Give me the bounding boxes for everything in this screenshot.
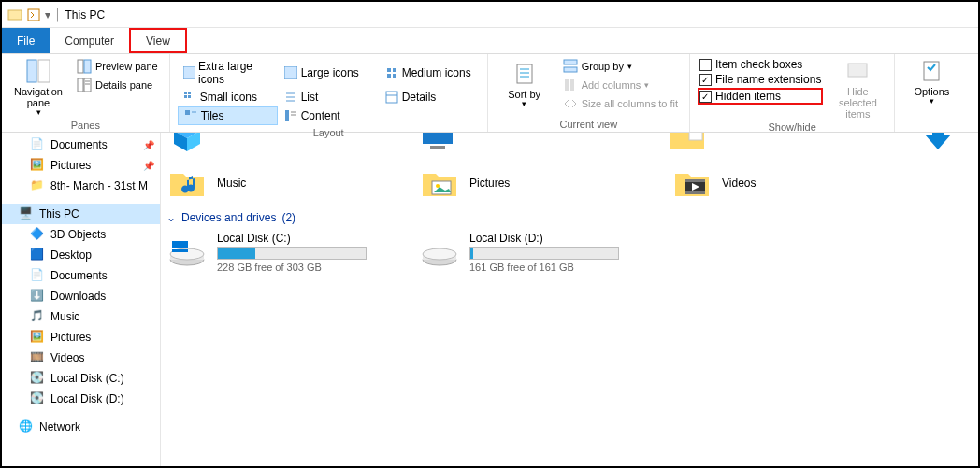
chevron-down-icon: ⌄ xyxy=(166,211,176,224)
drive-tile-c[interactable]: Local Disk (C:) 228 GB free of 303 GB xyxy=(166,232,382,273)
size-columns-button[interactable]: Size all columns to fit xyxy=(559,95,682,112)
sidebar-item[interactable]: 🎞️Videos xyxy=(2,347,160,368)
group-by-button[interactable]: Group by ▾ xyxy=(559,58,682,75)
svg-rect-39 xyxy=(924,62,939,80)
sidebar-item[interactable]: 💽Local Disk (C:) xyxy=(2,368,160,389)
chevron-down-icon: ▾ xyxy=(930,97,934,106)
sidebar-item[interactable]: 🖼️Pictures📌 xyxy=(2,155,160,176)
sidebar-item[interactable]: 📁8th- March - 31st M xyxy=(2,176,160,196)
sidebar-item[interactable]: 🔷3D Objects xyxy=(2,224,160,245)
cube-icon xyxy=(166,133,208,155)
check-item-check-boxes[interactable]: Item check boxes xyxy=(698,58,823,71)
sidebar-item[interactable]: 🟦Desktop xyxy=(2,245,160,265)
section-devices-drives[interactable]: ⌄ Devices and drives (2) xyxy=(166,211,973,224)
3d-objects-icon: 🔷 xyxy=(30,227,45,242)
separator: │ xyxy=(54,8,62,21)
add-columns-button[interactable]: Add columns ▾ xyxy=(559,77,682,93)
svg-rect-45 xyxy=(689,133,702,140)
sidebar-item[interactable]: 📄Documents xyxy=(2,265,160,286)
details-pane-button[interactable]: Details pane xyxy=(73,77,162,93)
folder-tile-music[interactable]: Music xyxy=(166,164,382,202)
pictures-folder-icon xyxy=(419,164,460,202)
svg-rect-7 xyxy=(84,78,91,92)
svg-rect-44 xyxy=(430,146,445,149)
hide-selected-button[interactable]: Hide selected items xyxy=(829,58,886,120)
folder-tile[interactable] xyxy=(667,133,880,155)
folder-tile[interactable] xyxy=(417,133,630,155)
content-area: 📄Documents📌 🖼️Pictures📌 📁8th- March - 31… xyxy=(2,133,978,466)
folder-tile[interactable] xyxy=(917,133,973,155)
folder-tile-pictures[interactable]: Pictures xyxy=(419,164,634,202)
desktop-icon: 🟦 xyxy=(30,248,45,262)
download-arrow-icon xyxy=(917,133,958,155)
svg-rect-5 xyxy=(84,60,91,73)
this-pc-icon: 🖥️ xyxy=(19,206,34,221)
svg-rect-10 xyxy=(183,66,195,79)
group-current-view: Sort by ▾ Group by ▾ Add columns ▾ Size … xyxy=(488,54,690,132)
layout-tiles[interactable]: Tiles xyxy=(178,106,278,125)
sidebar-item[interactable]: 🎵Music xyxy=(2,306,160,327)
layout-extra-large[interactable]: Extra large icons xyxy=(178,58,278,88)
sort-icon xyxy=(512,61,538,87)
properties-icon[interactable] xyxy=(26,7,41,22)
capacity-bar xyxy=(469,247,619,260)
nav-pane-icon xyxy=(25,58,51,84)
tab-view[interactable]: View xyxy=(129,28,187,53)
layout-medium[interactable]: Medium icons xyxy=(380,58,480,88)
svg-point-47 xyxy=(436,184,440,188)
hide-icon xyxy=(844,58,871,84)
svg-rect-0 xyxy=(8,10,22,20)
ribbon: Navigation pane ▾ Preview pane Details p… xyxy=(2,54,978,133)
svg-rect-18 xyxy=(184,95,187,98)
tab-file[interactable]: File xyxy=(2,28,50,53)
layout-small[interactable]: Small icons xyxy=(178,89,278,106)
svg-rect-38 xyxy=(848,64,867,77)
preview-pane-button[interactable]: Preview pane xyxy=(73,58,162,75)
svg-rect-55 xyxy=(172,241,180,248)
sidebar-this-pc[interactable]: 🖥️This PC xyxy=(2,204,160,224)
layout-content[interactable]: Content xyxy=(279,106,379,125)
network-icon: 🌐 xyxy=(19,419,34,434)
check-file-name-extensions[interactable]: ✓File name extensions xyxy=(698,73,823,86)
drive-tile-d[interactable]: Local Disk (D:) 161 GB free of 161 GB xyxy=(419,232,634,273)
ribbon-tabs: File Computer View xyxy=(2,28,978,54)
layout-details[interactable]: Details xyxy=(380,89,480,106)
sidebar-item[interactable]: ⬇️Downloads xyxy=(2,286,160,306)
music-icon: 🎵 xyxy=(30,309,45,324)
pictures-icon: 🖼️ xyxy=(30,158,45,173)
sidebar-network[interactable]: 🌐Network xyxy=(2,417,160,437)
svg-rect-27 xyxy=(285,110,289,121)
pin-icon: 📌 xyxy=(143,140,154,150)
tab-computer[interactable]: Computer xyxy=(50,28,129,53)
layout-large[interactable]: Large icons xyxy=(279,58,379,88)
svg-rect-30 xyxy=(517,64,532,83)
pin-icon: 📌 xyxy=(143,161,154,171)
svg-rect-6 xyxy=(78,78,83,92)
music-folder-icon xyxy=(166,164,208,202)
group-label-panes: Panes xyxy=(9,120,162,131)
folder-tile[interactable] xyxy=(166,133,380,155)
folder-tile-videos[interactable]: Videos xyxy=(671,164,886,202)
options-button[interactable]: Options ▾ xyxy=(902,58,960,106)
main-pane: Music Pictures Videos ⌄ Devices and driv… xyxy=(161,133,978,466)
group-options: Options ▾ xyxy=(895,54,968,132)
sort-by-button[interactable]: Sort by ▾ xyxy=(496,58,554,112)
pictures-icon: 🖼️ xyxy=(30,330,45,345)
downloads-icon: ⬇️ xyxy=(30,289,45,304)
titlebar: ▾ │ This PC xyxy=(2,2,978,28)
documents-folder-icon xyxy=(667,133,708,155)
qat-dropdown-icon[interactable]: ▾ xyxy=(45,8,50,21)
svg-rect-13 xyxy=(393,68,396,72)
navigation-pane-button[interactable]: Navigation pane ▾ xyxy=(9,58,67,118)
svg-rect-37 xyxy=(570,79,574,91)
sidebar-item[interactable]: 🖼️Pictures xyxy=(2,327,160,347)
chevron-down-icon: ▾ xyxy=(627,62,632,71)
layout-list[interactable]: List xyxy=(279,89,379,106)
check-hidden-items[interactable]: ✓Hidden items xyxy=(698,88,823,105)
sidebar-item[interactable]: 💽Local Disk (D:) xyxy=(2,389,160,409)
svg-rect-4 xyxy=(78,60,83,73)
svg-rect-12 xyxy=(387,68,391,72)
sidebar-item[interactable]: 📄Documents📌 xyxy=(2,135,160,155)
drive-icon xyxy=(419,234,460,271)
group-label-current-view: Current view xyxy=(496,119,682,130)
